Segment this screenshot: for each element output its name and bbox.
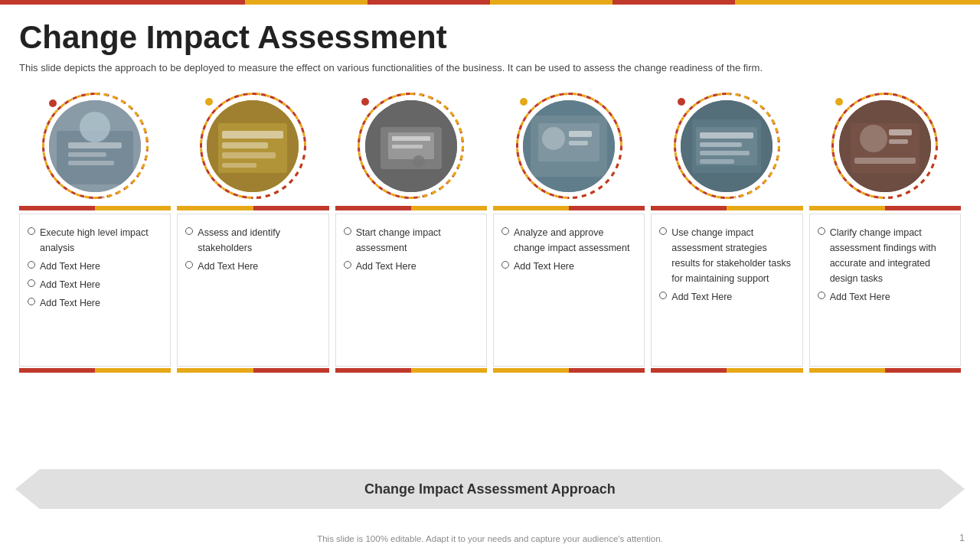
- svg-rect-23: [392, 145, 423, 148]
- svg-rect-14: [222, 152, 276, 158]
- svg-point-21: [413, 155, 425, 168]
- circle-5: [671, 90, 782, 201]
- arrow-section: Change Impact Assessment Approach: [0, 469, 980, 509]
- connector-bar-2: [177, 206, 328, 210]
- svg-rect-46: [889, 129, 912, 135]
- svg-rect-31: [569, 141, 588, 145]
- connector-bar-3: [335, 206, 487, 210]
- top-bar: [0, 0, 980, 5]
- svg-rect-12: [222, 131, 283, 139]
- text-box-3: Start change impact assessment Add Text …: [335, 214, 487, 367]
- footer-text: This slide is 100% editable. Adapt it to…: [0, 534, 980, 543]
- text-box-5: Use change impact assessment strategies …: [651, 214, 802, 367]
- photo-3: [365, 100, 457, 192]
- svg-rect-7: [68, 161, 114, 165]
- photo-4: [523, 100, 615, 192]
- slide-content: Change Impact Assessment This slide depi…: [0, 5, 980, 373]
- circle-4: [514, 90, 625, 201]
- svg-rect-15: [222, 163, 256, 168]
- text-box-1: Execute high level impact analysis Add T…: [19, 214, 171, 367]
- arrow-shaft: Change Impact Assessment Approach: [40, 469, 940, 509]
- connector-bar-5: [651, 206, 802, 210]
- page-subtitle: This slide depicts the approach to be de…: [19, 61, 961, 75]
- connector-bar-1: [19, 206, 171, 210]
- arrow-right-head: [940, 469, 965, 509]
- text-box-2: Assess and identify stakeholders Add Tex…: [177, 214, 328, 367]
- svg-rect-5: [68, 142, 122, 148]
- photo-6: [839, 100, 931, 192]
- page-title: Change Impact Assessment: [19, 20, 961, 55]
- card-1: Execute high level impact analysis Add T…: [19, 90, 171, 373]
- svg-rect-48: [854, 158, 916, 164]
- connector-bar-6: [809, 206, 961, 210]
- circle-3: [355, 90, 466, 201]
- circle-2: [198, 90, 309, 201]
- svg-rect-40: [700, 159, 734, 164]
- cards-container: Execute high level impact analysis Add T…: [19, 90, 961, 373]
- svg-point-29: [542, 127, 565, 150]
- text-box-4: Analyze and approve change impact assess…: [493, 214, 645, 367]
- arrow-container: Change Impact Assessment Approach: [15, 469, 965, 509]
- svg-rect-39: [700, 151, 750, 155]
- arrow-left-head: [15, 469, 40, 509]
- svg-point-4: [80, 112, 110, 142]
- card-5: Use change impact assessment strategies …: [651, 90, 802, 373]
- svg-rect-47: [889, 139, 908, 144]
- text-box-6: Clarify change impact assessment finding…: [809, 214, 961, 367]
- card-3: Start change impact assessment Add Text …: [335, 90, 487, 373]
- svg-rect-13: [222, 142, 268, 148]
- svg-rect-30: [569, 131, 592, 137]
- arrow-label: Change Impact Assessment Approach: [364, 481, 616, 497]
- connector-bar-4: [493, 206, 645, 210]
- circle-6: [829, 90, 940, 201]
- photo-5: [681, 100, 773, 192]
- circle-1: [40, 90, 151, 201]
- svg-rect-22: [392, 136, 430, 141]
- photo-2: [207, 100, 299, 192]
- page-number: 1: [959, 533, 965, 543]
- card-6: Clarify change impact assessment finding…: [809, 90, 961, 373]
- svg-rect-38: [700, 142, 742, 147]
- card-2: Assess and identify stakeholders Add Tex…: [177, 90, 328, 373]
- svg-rect-37: [700, 132, 753, 139]
- card-4: Analyze and approve change impact assess…: [493, 90, 645, 373]
- svg-point-45: [860, 125, 887, 152]
- svg-rect-6: [68, 152, 106, 157]
- photo-1: [49, 100, 141, 192]
